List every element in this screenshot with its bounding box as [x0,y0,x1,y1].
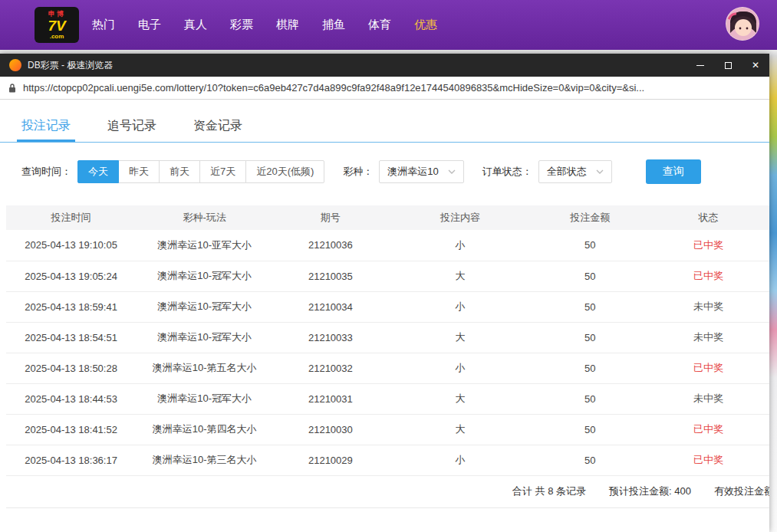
nav-item-真人[interactable]: 真人 [173,18,219,32]
avatar[interactable] [726,7,759,41]
maximize-button[interactable] [714,54,742,77]
query-button[interactable]: 查询 [646,159,701,184]
time-filter-近7天[interactable]: 近7天 [199,160,246,183]
amount-cell: 50 [533,383,647,414]
url-text[interactable]: https://ctopcp02pcali.uengi5e.com/lotter… [23,82,644,94]
status-cell: 已中奖 [647,445,769,475]
order-status-select[interactable]: 全部状态 [538,160,612,183]
bet-time-cell: 2025-04-13 18:50:28 [6,353,136,383]
site-logo[interactable]: 申博 7V .com [35,7,79,43]
bet-table-body: 2025-04-13 19:10:05澳洲幸运10-亚军大小21210036小5… [6,230,769,475]
bet-time-cell: 2025-04-13 19:05:24 [6,261,136,291]
lock-icon [8,83,17,94]
summary-expected-amount: 预计投注金额: 400 [609,484,691,498]
col-header-time: 投注时间 [6,205,136,230]
lottery-select[interactable]: 澳洲幸运10 [379,160,463,183]
time-filter-昨天[interactable]: 昨天 [118,160,160,183]
amount-cell: 50 [533,353,647,383]
amount-cell: 50 [533,445,647,475]
table-row: 2025-04-13 18:41:52澳洲幸运10-第四名大小21210030大… [6,414,769,445]
nav-item-电子[interactable]: 电子 [127,18,173,32]
status-cell: 已中奖 [647,230,769,261]
chevron-down-icon [448,169,456,174]
table-row: 2025-04-13 18:36:17澳洲幸运10-第三名大小21210029小… [6,445,769,475]
amount-cell: 50 [533,261,647,291]
time-filter-group: 今天昨天前天近7天近20天(低频) [77,160,324,183]
bet-time-cell: 2025-04-13 18:44:53 [6,383,136,414]
browser-titlebar[interactable]: DB彩票 - 极速浏览器 ✕ [0,54,769,77]
content-cell: 大 [387,414,532,445]
col-header-game: 彩种-玩法 [136,205,273,230]
table-row: 2025-04-13 19:10:05澳洲幸运10-亚军大小21210036小5… [6,230,769,261]
col-header-content: 投注内容 [387,205,532,230]
issue-cell: 21210033 [273,322,387,353]
summary-valid-amount: 有效投注金额 [714,484,769,498]
maximize-icon [725,62,732,69]
time-filter-今天[interactable]: 今天 [77,160,119,183]
time-filter-label: 查询时间： [21,165,71,179]
close-button[interactable]: ✕ [742,54,769,77]
game-cell: 澳洲幸运10-冠军大小 [136,261,273,291]
col-header-amount: 投注金额 [533,205,647,230]
nav-item-体育[interactable]: 体育 [357,18,403,32]
status-cell: 已中奖 [647,261,769,291]
status-cell: 未中奖 [647,383,769,414]
order-status-value: 全部状态 [547,165,587,179]
amount-cell: 50 [533,230,647,261]
bet-records-table: 投注时间 彩种-玩法 期号 投注内容 投注金额 状态 2025-04-13 19… [6,205,769,476]
logo-main-text: 7V [48,18,65,33]
bet-time-cell: 2025-04-13 18:36:17 [6,445,136,475]
screen: 申博 7V .com 热门电子真人彩票棋牌捕鱼体育优惠 DB彩票 - 极速浏览器 [0,0,777,532]
content-cell: 大 [387,261,532,291]
col-header-issue: 期号 [273,205,387,230]
minimize-button[interactable] [686,54,714,77]
logo-suffix-text: .com [50,34,64,40]
issue-cell: 21210031 [273,383,387,414]
browser-window: DB彩票 - 极速浏览器 ✕ https://ctopcp02pcali.uen… [0,54,769,532]
nav-item-棋牌[interactable]: 棋牌 [265,18,311,32]
game-cell: 澳洲幸运10-亚军大小 [136,230,273,261]
content-cell: 小 [387,291,532,322]
status-cell: 未中奖 [647,291,769,322]
game-cell: 澳洲幸运10-第四名大小 [136,414,273,445]
page-content: 投注记录追号记录资金记录 查询时间： 今天昨天前天近7天近20天(低频) 彩种：… [0,100,769,532]
bet-time-cell: 2025-04-13 18:41:52 [6,414,136,445]
site-header: 申博 7V .com 热门电子真人彩票棋牌捕鱼体育优惠 [0,0,777,50]
main-nav: 热门电子真人彩票棋牌捕鱼体育优惠 [81,18,449,32]
content-cell: 小 [387,353,532,383]
summary-bar: 合计 共 8 条记录 预计投注金额: 400 有效投注金额 [6,476,769,508]
status-cell: 已中奖 [647,414,769,445]
bet-time-cell: 2025-04-13 19:10:05 [6,230,136,261]
summary-total: 合计 共 8 条记录 [512,484,586,498]
time-filter-前天[interactable]: 前天 [159,160,200,183]
issue-cell: 21210030 [273,414,387,445]
nav-item-热门[interactable]: 热门 [81,18,127,32]
browser-addressbar: https://ctopcp02pcali.uengi5e.com/lotter… [0,77,769,100]
table-header-row: 投注时间 彩种-玩法 期号 投注内容 投注金额 状态 [6,205,769,230]
table-row: 2025-04-13 18:54:51澳洲幸运10-冠军大小21210033大5… [6,322,769,353]
time-filter-近20天(低频)[interactable]: 近20天(低频) [245,160,324,183]
game-cell: 澳洲幸运10-冠军大小 [136,291,273,322]
table-row: 2025-04-13 18:44:53澳洲幸运10-冠军大小21210031大5… [6,383,769,414]
chevron-down-icon [596,169,604,174]
order-status-label: 订单状态： [482,165,532,179]
tab-追号记录[interactable]: 追号记录 [89,114,175,142]
tab-资金记录[interactable]: 资金记录 [175,114,261,142]
lottery-select-label: 彩种： [343,165,373,179]
status-cell: 已中奖 [647,353,769,383]
game-cell: 澳洲幸运10-冠军大小 [136,322,273,353]
tab-bar: 投注记录追号记录资金记录 [0,100,769,143]
content-cell: 小 [387,445,532,475]
nav-item-优惠[interactable]: 优惠 [403,18,449,32]
issue-cell: 21210032 [273,353,387,383]
game-cell: 澳洲幸运10-第三名大小 [136,445,273,475]
tab-投注记录[interactable]: 投注记录 [3,114,89,142]
table-row: 2025-04-13 18:59:41澳洲幸运10-冠军大小21210034小5… [6,291,769,322]
filter-bar: 查询时间： 今天昨天前天近7天近20天(低频) 彩种： 澳洲幸运10 订单状态：… [0,143,769,195]
content-cell: 小 [387,230,532,261]
amount-cell: 50 [533,414,647,445]
nav-item-彩票[interactable]: 彩票 [219,18,265,32]
table-row: 2025-04-13 18:50:28澳洲幸运10-第五名大小21210032小… [6,353,769,383]
nav-item-捕鱼[interactable]: 捕鱼 [311,18,357,32]
window-controls: ✕ [686,54,769,77]
